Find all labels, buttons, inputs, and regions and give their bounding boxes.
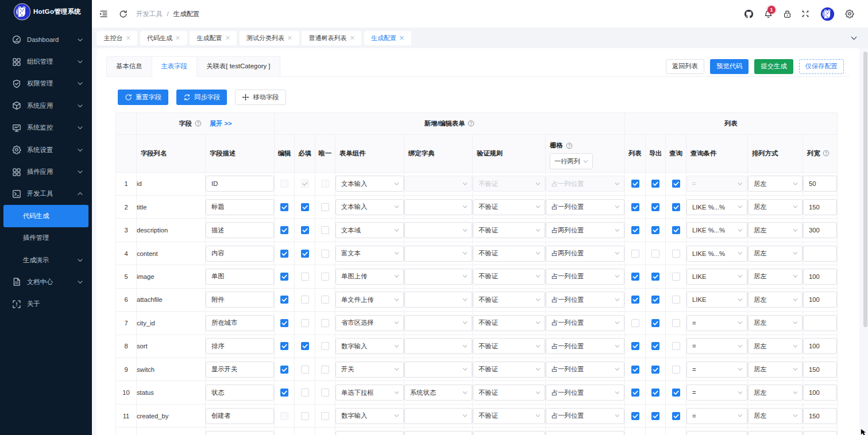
unique-checkbox[interactable]: [321, 319, 329, 327]
page-tab-1[interactable]: 代码生成: [140, 31, 187, 45]
edit-checkbox[interactable]: [280, 366, 288, 374]
query-checkbox[interactable]: [672, 250, 680, 258]
close-icon[interactable]: [288, 36, 292, 41]
grid-select[interactable]: 占一列位置: [546, 269, 624, 285]
width-input[interactable]: 300: [803, 222, 837, 238]
query-checkbox[interactable]: [672, 342, 680, 350]
width-input[interactable]: 100: [803, 338, 837, 354]
query-checkbox[interactable]: [672, 226, 680, 234]
export-checkbox[interactable]: [651, 273, 659, 281]
query-checkbox[interactable]: [672, 389, 680, 397]
field-desc-input[interactable]: ID: [206, 176, 274, 192]
export-checkbox[interactable]: [651, 319, 659, 327]
query-checkbox[interactable]: [672, 296, 680, 304]
sidebar-item-plugin-manage[interactable]: 插件管理: [3, 227, 88, 249]
close-icon[interactable]: [350, 36, 354, 41]
validate-select[interactable]: 不验证: [473, 315, 545, 331]
page-tab-2[interactable]: 生成配置: [190, 31, 237, 45]
validate-select[interactable]: 不验证: [473, 269, 545, 285]
list-checkbox[interactable]: [631, 250, 639, 258]
help-icon[interactable]: [823, 150, 830, 157]
grid-select[interactable]: 占一列位置: [546, 338, 624, 354]
list-checkbox[interactable]: [631, 366, 639, 374]
edit-checkbox[interactable]: [280, 342, 288, 350]
action-button-3[interactable]: 仅保存配置: [799, 59, 844, 74]
component-select[interactable]: [335, 431, 404, 435]
grid-select[interactable]: 占一列位置: [546, 315, 624, 331]
query-checkbox[interactable]: [672, 203, 680, 211]
sidebar-item-permission[interactable]: 权限管理: [3, 73, 88, 95]
field-desc-input[interactable]: 所在城市: [206, 315, 274, 331]
unique-checkbox[interactable]: [321, 250, 329, 258]
list-checkbox[interactable]: [631, 226, 639, 234]
grid-select[interactable]: 占一列位置: [546, 292, 624, 308]
component-select[interactable]: 文本域: [335, 222, 404, 238]
validate-select[interactable]: 不验证: [473, 384, 545, 401]
query-condition-select[interactable]: =: [686, 338, 747, 354]
edit-checkbox[interactable]: [280, 389, 288, 397]
settings-gear-icon[interactable]: [844, 0, 855, 28]
align-select[interactable]: 居左: [748, 408, 803, 424]
list-checkbox[interactable]: [631, 180, 639, 188]
width-input[interactable]: 150: [803, 199, 837, 215]
grid-select[interactable]: 占一列位置: [546, 199, 624, 215]
expand-fields-link[interactable]: 展开 >>: [210, 119, 232, 128]
align-select[interactable]: 居左: [748, 338, 803, 354]
field-desc-input[interactable]: 附件: [206, 292, 274, 308]
dict-select[interactable]: [404, 199, 472, 215]
query-condition-select[interactable]: [686, 431, 747, 435]
action-button-2[interactable]: 提交生成: [754, 59, 793, 74]
dict-select[interactable]: [404, 362, 472, 378]
width-input[interactable]: [803, 315, 837, 331]
dict-select[interactable]: 系统状态: [404, 384, 472, 401]
dict-select[interactable]: [404, 338, 472, 354]
edit-checkbox[interactable]: [280, 319, 288, 327]
export-checkbox[interactable]: [651, 366, 659, 374]
tabstrip-chevron-down-icon[interactable]: [850, 34, 858, 42]
tool-button-0[interactable]: 重置字段: [118, 90, 168, 105]
query-condition-select[interactable]: LIKE: [686, 269, 747, 285]
edit-checkbox[interactable]: [280, 250, 288, 258]
validate-select[interactable]: [473, 431, 545, 435]
component-select[interactable]: 单图上传: [335, 269, 404, 285]
close-icon[interactable]: [400, 36, 404, 41]
sidebar-item-plugin-app[interactable]: 插件应用: [3, 161, 88, 182]
component-select[interactable]: 数字输入: [335, 408, 404, 424]
export-checkbox[interactable]: [651, 342, 659, 350]
validate-select[interactable]: 不验证: [473, 222, 545, 238]
unique-checkbox[interactable]: [321, 273, 329, 281]
align-select[interactable]: 居左: [748, 176, 803, 192]
query-condition-select[interactable]: LIKE %...%: [686, 199, 747, 215]
required-checkbox[interactable]: [301, 319, 309, 327]
field-desc-input[interactable]: 显示开关: [206, 362, 274, 378]
query-condition-select[interactable]: LIKE %...%: [686, 246, 747, 262]
query-condition-select[interactable]: =: [686, 315, 747, 331]
help-icon[interactable]: [468, 120, 474, 127]
validate-select[interactable]: 不验证: [473, 338, 545, 354]
card-tab-1[interactable]: 主表字段: [152, 56, 198, 77]
sidebar-item-dashboard[interactable]: Dashboard: [3, 29, 88, 51]
field-desc-input[interactable]: 内容: [206, 246, 274, 262]
field-desc-input[interactable]: [206, 431, 274, 435]
card-tab-2[interactable]: 关联表[ testCategory ]: [197, 56, 280, 77]
component-select[interactable]: 文本输入: [335, 176, 404, 192]
fullscreen-icon[interactable]: [800, 0, 811, 28]
validate-select[interactable]: 不验证: [473, 246, 545, 262]
list-checkbox[interactable]: [631, 412, 639, 420]
component-select[interactable]: 数字输入: [335, 338, 404, 354]
page-tab-3[interactable]: 测试分类列表: [240, 31, 299, 45]
card-tab-0[interactable]: 基本信息: [106, 56, 152, 77]
dict-select[interactable]: [404, 292, 472, 308]
edit-checkbox[interactable]: [280, 296, 288, 304]
breadcrumb-parent[interactable]: 开发工具: [136, 10, 163, 18]
refresh-page-icon[interactable]: [118, 0, 128, 28]
required-checkbox[interactable]: [301, 226, 309, 234]
action-button-0[interactable]: 返回列表: [666, 59, 704, 74]
export-checkbox[interactable]: [651, 296, 659, 304]
lock-screen-icon[interactable]: [782, 0, 792, 28]
export-checkbox[interactable]: [651, 389, 659, 397]
list-checkbox[interactable]: [631, 342, 639, 350]
align-select[interactable]: 居左: [748, 362, 803, 378]
align-select[interactable]: 居左: [748, 384, 803, 401]
dict-select[interactable]: [404, 222, 472, 238]
